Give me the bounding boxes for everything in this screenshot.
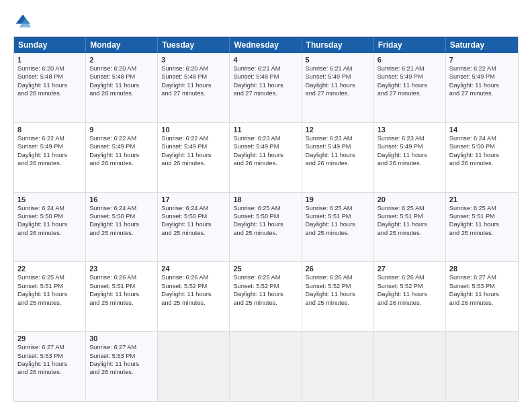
- day-number: 14: [449, 126, 515, 134]
- day-number: 27: [378, 265, 442, 273]
- calendar-cell: 10Sunrise: 6:22 AMSunset: 5:49 PMDayligh…: [158, 123, 230, 192]
- cell-info-line: Daylight: 11 hours: [306, 220, 370, 228]
- calendar-cell: 24Sunrise: 6:26 AMSunset: 5:52 PMDayligh…: [158, 262, 230, 331]
- cell-info-line: Sunrise: 6:24 AM: [89, 204, 154, 212]
- cell-info-line: and 25 minutes.: [17, 299, 82, 307]
- calendar-week-4: 22Sunrise: 6:25 AMSunset: 5:51 PMDayligh…: [14, 262, 518, 332]
- calendar-cell: 2Sunrise: 6:20 AMSunset: 5:48 PMDaylight…: [86, 53, 158, 122]
- logo: [13, 12, 35, 31]
- cell-info-line: Sunset: 5:52 PM: [306, 282, 370, 290]
- cell-info-line: Sunset: 5:48 PM: [17, 73, 82, 81]
- header-day-friday: Friday: [374, 37, 446, 53]
- cell-info-line: and 25 minutes.: [233, 299, 298, 307]
- day-number: 28: [449, 265, 515, 273]
- cell-info-line: Daylight: 11 hours: [306, 81, 370, 89]
- cell-info-line: and 26 minutes.: [17, 159, 82, 167]
- cell-info-line: Sunset: 5:51 PM: [306, 212, 370, 220]
- day-number: 25: [233, 265, 298, 273]
- calendar-cell: 6Sunrise: 6:21 AMSunset: 5:49 PMDaylight…: [374, 53, 446, 122]
- calendar-cell: 28Sunrise: 6:27 AMSunset: 5:53 PMDayligh…: [446, 262, 518, 331]
- cell-info-line: and 26 minutes.: [89, 368, 154, 376]
- cell-info-line: Daylight: 11 hours: [161, 290, 226, 298]
- cell-info-line: and 25 minutes.: [378, 229, 442, 237]
- cell-info-line: Sunset: 5:49 PM: [89, 142, 154, 150]
- header-day-saturday: Saturday: [446, 37, 518, 53]
- cell-info-line: and 26 minutes.: [378, 299, 442, 307]
- cell-info-line: Sunset: 5:53 PM: [89, 352, 154, 360]
- logo-icon: [13, 12, 32, 31]
- cell-info-line: Sunset: 5:51 PM: [449, 212, 515, 220]
- cell-info-line: Sunrise: 6:27 AM: [17, 343, 82, 351]
- cell-info-line: Daylight: 11 hours: [17, 81, 82, 89]
- cell-info-line: Sunrise: 6:20 AM: [161, 64, 226, 73]
- cell-info-line: Sunrise: 6:20 AM: [89, 64, 154, 73]
- cell-info-line: Sunrise: 6:22 AM: [89, 134, 154, 142]
- cell-info-line: Sunrise: 6:24 AM: [449, 134, 515, 142]
- day-number: 1: [17, 56, 82, 64]
- cell-info-line: and 27 minutes.: [233, 89, 298, 97]
- cell-info-line: Sunset: 5:48 PM: [233, 73, 298, 81]
- calendar-cell: [446, 332, 518, 401]
- header-day-monday: Monday: [86, 37, 158, 53]
- cell-info-line: Sunset: 5:51 PM: [89, 282, 154, 290]
- day-number: 8: [17, 126, 82, 134]
- calendar-cell: 23Sunrise: 6:26 AMSunset: 5:51 PMDayligh…: [86, 262, 158, 331]
- cell-info-line: Daylight: 11 hours: [449, 290, 515, 298]
- cell-info-line: Sunset: 5:48 PM: [89, 73, 154, 81]
- cell-info-line: Daylight: 11 hours: [378, 290, 442, 298]
- day-number: 29: [17, 334, 82, 342]
- day-number: 19: [306, 195, 370, 203]
- cell-info-line: Sunrise: 6:25 AM: [17, 273, 82, 281]
- cell-info-line: and 25 minutes.: [449, 229, 515, 237]
- cell-info-line: Daylight: 11 hours: [233, 220, 298, 228]
- cell-info-line: Daylight: 11 hours: [161, 151, 226, 159]
- cell-info-line: Sunrise: 6:22 AM: [449, 64, 515, 73]
- calendar-cell: [302, 332, 374, 401]
- cell-info-line: Daylight: 11 hours: [17, 360, 82, 368]
- calendar-cell: 4Sunrise: 6:21 AMSunset: 5:48 PMDaylight…: [230, 53, 302, 122]
- day-number: 5: [306, 56, 370, 64]
- cell-info-line: Sunset: 5:49 PM: [449, 73, 515, 81]
- cell-info-line: and 28 minutes.: [17, 89, 82, 97]
- cell-info-line: Sunrise: 6:22 AM: [161, 134, 226, 142]
- cell-info-line: Daylight: 11 hours: [233, 290, 298, 298]
- cell-info-line: Daylight: 11 hours: [449, 81, 515, 89]
- cell-info-line: Sunset: 5:53 PM: [449, 282, 515, 290]
- cell-info-line: and 26 minutes.: [378, 159, 442, 167]
- cell-info-line: Daylight: 11 hours: [233, 151, 298, 159]
- calendar-cell: 18Sunrise: 6:25 AMSunset: 5:50 PMDayligh…: [230, 193, 302, 262]
- calendar-header-row: SundayMondayTuesdayWednesdayThursdayFrid…: [14, 37, 518, 53]
- cell-info-line: Sunset: 5:49 PM: [378, 73, 442, 81]
- calendar-cell: 17Sunrise: 6:24 AMSunset: 5:50 PMDayligh…: [158, 193, 230, 262]
- page: SundayMondayTuesdayWednesdayThursdayFrid…: [0, 0, 532, 411]
- day-number: 15: [17, 195, 82, 203]
- cell-info-line: Daylight: 11 hours: [161, 220, 226, 228]
- calendar-cell: 14Sunrise: 6:24 AMSunset: 5:50 PMDayligh…: [446, 123, 518, 192]
- cell-info-line: Daylight: 11 hours: [306, 290, 370, 298]
- cell-info-line: Sunset: 5:49 PM: [378, 142, 442, 150]
- cell-info-line: Sunset: 5:49 PM: [306, 73, 370, 81]
- calendar-cell: 12Sunrise: 6:23 AMSunset: 5:49 PMDayligh…: [302, 123, 374, 192]
- cell-info-line: and 27 minutes.: [161, 89, 226, 97]
- day-number: 24: [161, 265, 226, 273]
- cell-info-line: Sunrise: 6:21 AM: [233, 64, 298, 73]
- calendar-cell: 26Sunrise: 6:26 AMSunset: 5:52 PMDayligh…: [302, 262, 374, 331]
- day-number: 7: [449, 56, 515, 64]
- cell-info-line: Daylight: 11 hours: [17, 290, 82, 298]
- calendar-cell: 3Sunrise: 6:20 AMSunset: 5:48 PMDaylight…: [158, 53, 230, 122]
- header: [13, 12, 519, 31]
- day-number: 9: [89, 126, 154, 134]
- calendar-cell: 9Sunrise: 6:22 AMSunset: 5:49 PMDaylight…: [86, 123, 158, 192]
- cell-info-line: Sunrise: 6:26 AM: [161, 273, 226, 281]
- cell-info-line: Sunset: 5:50 PM: [17, 212, 82, 220]
- cell-info-line: Sunset: 5:52 PM: [378, 282, 442, 290]
- cell-info-line: Daylight: 11 hours: [161, 81, 226, 89]
- cell-info-line: and 26 minutes.: [89, 159, 154, 167]
- cell-info-line: Sunset: 5:49 PM: [306, 142, 370, 150]
- cell-info-line: Sunset: 5:48 PM: [161, 73, 226, 81]
- cell-info-line: and 27 minutes.: [306, 89, 370, 97]
- calendar-cell: 20Sunrise: 6:25 AMSunset: 5:51 PMDayligh…: [374, 193, 446, 262]
- day-number: 30: [89, 334, 154, 342]
- cell-info-line: Sunset: 5:52 PM: [161, 282, 226, 290]
- cell-info-line: Sunrise: 6:26 AM: [89, 273, 154, 281]
